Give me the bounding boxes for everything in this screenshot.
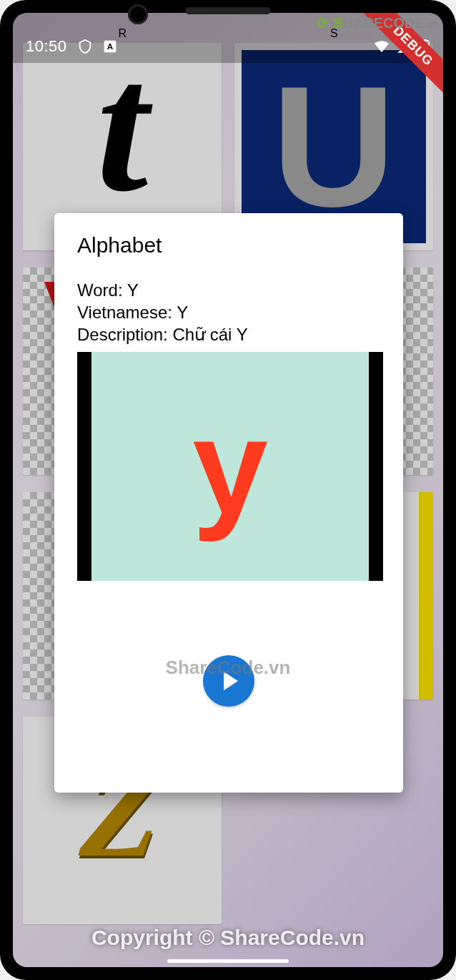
translate-icon: A: [103, 39, 117, 54]
video-letter-y: y: [192, 388, 268, 544]
watermark-center: ShareCode.vn: [166, 657, 291, 679]
status-clock: 10:50: [26, 37, 67, 56]
watermark-bottom: Copyright © ShareCode.vn: [91, 926, 365, 950]
word-label: Word:: [77, 280, 127, 300]
video-player[interactable]: y: [77, 352, 383, 581]
dialog-title: Alphabet: [77, 233, 380, 258]
viet-label: Vietnamese:: [77, 303, 177, 322]
svg-text:A: A: [106, 41, 113, 51]
viet-value: Y: [177, 303, 188, 322]
video-frame: y: [91, 352, 369, 581]
alphabet-dialog: Alphabet Word: Y Vietnamese: Y Descripti…: [54, 213, 403, 793]
dialog-word-line: Word: Y: [77, 279, 380, 301]
screen: ⟳ SHARECODE.vn R S t U: [13, 13, 443, 967]
dialog-desc-line: Description: Chữ cái Y: [77, 323, 380, 346]
watermark-logo: ⟳ SHARECODE.vn: [317, 14, 439, 31]
phone-frame: ⟳ SHARECODE.vn R S t U: [0, 0, 456, 980]
desc-value: Chữ cái Y: [172, 325, 247, 344]
camera-cutout: [128, 4, 148, 24]
word-value: Y: [127, 280, 139, 300]
desc-label: Description:: [77, 325, 172, 344]
wifi-icon: [373, 39, 390, 54]
home-indicator[interactable]: [167, 959, 289, 963]
speaker-cutout: [185, 7, 271, 14]
dialog-viet-line: Vietnamese: Y: [77, 301, 380, 323]
shield-icon: [77, 38, 93, 55]
